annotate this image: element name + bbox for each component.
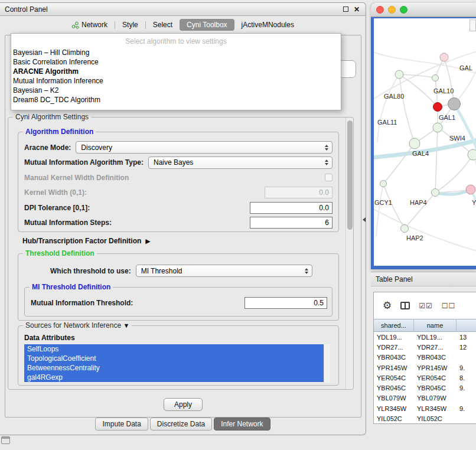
dpi-tolerance-input[interactable]	[250, 202, 332, 214]
node-label-hap4: HAP4	[410, 199, 427, 206]
mi-threshold-input[interactable]	[244, 297, 327, 309]
network-edge	[399, 74, 415, 144]
column-header-name[interactable]: name	[414, 319, 457, 331]
zoom-traffic-light[interactable]	[400, 6, 407, 14]
dropdown-item[interactable]: Basic Correlation Inference	[11, 57, 341, 67]
tab-style[interactable]: Style	[119, 19, 141, 31]
cell: YBR045C	[414, 384, 457, 392]
node-large-gray[interactable]	[448, 98, 461, 110]
cell: YBL079W	[414, 394, 457, 402]
column-header-shared-name[interactable]: shared...	[374, 319, 414, 331]
dropdown-item[interactable]: Bayesian – Hill Climbing	[11, 48, 341, 57]
control-panel-title: Control Panel	[5, 5, 48, 14]
panel-divider-handle[interactable]	[363, 217, 366, 222]
hub-definition-expander[interactable]: Hub/Transcription Factor Definition ▶	[22, 237, 151, 245]
minimized-panel-icon[interactable]	[1, 436, 10, 444]
data-attributes-list: SelfLoops TopologicalCoefficient Between…	[24, 344, 330, 383]
dropdown-item[interactable]: Mutual Information Inference	[11, 76, 341, 86]
node-mid-green[interactable]	[433, 123, 442, 132]
network-scrollbar-fragment[interactable]	[470, 19, 476, 31]
dropdown-item-selected[interactable]: ARACNE Algorithm	[11, 67, 341, 76]
attribute-list-scrollbar[interactable]	[324, 344, 330, 383]
tab-cyni-toolbox[interactable]: Cyni Toolbox	[180, 19, 234, 31]
network-graph: GAL80 GAL10 GAL11 GAL1 SWI4 GAL4 GCY1 HA…	[374, 18, 476, 266]
settings-scrollbar-track[interactable]	[345, 118, 353, 389]
threshold-definition-group: Threshold Definition Which threshold to …	[18, 253, 339, 321]
cell: YDL19...	[414, 334, 457, 341]
attribute-item[interactable]: TopologicalCoefficient	[24, 354, 324, 363]
float-panel-icon[interactable]	[343, 6, 348, 12]
tab-jactivemnodules[interactable]: jActiveMNodules	[239, 19, 297, 31]
cell: YLR345W	[414, 405, 457, 412]
table-toolbar: ⚙ ☑☑ ☐☐	[374, 292, 476, 319]
table-row[interactable]: YLR345W YLR345W 9.	[374, 403, 476, 413]
dropdown-item[interactable]: Dream8 DC_TDC Algorithm	[11, 95, 341, 105]
select-all-icon[interactable]: ☑☑	[419, 302, 433, 310]
node-small-b[interactable]	[432, 189, 439, 197]
attribute-item[interactable]: SelfLoops	[24, 344, 324, 354]
aracne-mode-select[interactable]: Discovery	[76, 141, 332, 154]
dropdown-item[interactable]: Bayesian – K2	[11, 86, 341, 95]
table-row[interactable]: YBR045C YBR045C 9.	[374, 383, 476, 393]
cell: YPR145W	[414, 364, 457, 371]
tab-cyni-toolbox-label: Cyni Toolbox	[187, 21, 227, 29]
kernel-width-row: Kernel Width (0,1):	[18, 185, 338, 201]
node-gal4[interactable]	[409, 138, 420, 149]
mi-algorithm-type-select[interactable]: Naive Bayes	[148, 156, 332, 169]
deselect-all-icon[interactable]: ☐☐	[442, 302, 456, 310]
network-edge	[383, 144, 415, 184]
tab-infer-network[interactable]: Infer Network	[214, 418, 270, 431]
which-threshold-select[interactable]: MI Threshold	[136, 265, 312, 277]
node-right-green[interactable]	[468, 149, 476, 160]
table-row[interactable]: YBL079W YBL079W	[374, 393, 476, 403]
table-row[interactable]: YPR145W YPR145W 9.	[374, 363, 476, 373]
manual-kernel-row: Manual Kernel Width Definition	[18, 170, 338, 185]
node-label-swi4: SWI4	[449, 135, 465, 142]
tab-network[interactable]: Network	[69, 19, 110, 31]
cell: YBR043C	[374, 354, 414, 361]
which-threshold-value: MI Threshold	[141, 267, 182, 275]
control-panel-titlebar: Control Panel ✕	[0, 3, 366, 16]
table-row[interactable]: YIL052C YIL052C	[374, 413, 476, 423]
tab-impute-data[interactable]: Impute Data	[95, 418, 148, 431]
table-row[interactable]: YBR043C YBR043C	[374, 353, 476, 363]
table-row[interactable]: YDR27... YDR27... 12	[374, 342, 476, 352]
close-traffic-light[interactable]	[376, 6, 384, 14]
gear-icon[interactable]: ⚙	[383, 301, 392, 311]
data-attributes-label: Data Attributes	[24, 334, 338, 342]
table-row[interactable]: YDL19... YDL19... 13	[374, 332, 476, 342]
sources-group-title[interactable]: Sources for Network Inference ▼	[23, 321, 132, 330]
attribute-item[interactable]: BetweennessCentrality	[24, 363, 324, 373]
node-gal80[interactable]	[395, 70, 403, 79]
node-small-c[interactable]	[401, 225, 409, 233]
network-canvas[interactable]: GAL80 GAL10 GAL11 GAL1 SWI4 GAL4 GCY1 HA…	[374, 18, 476, 266]
network-edge	[399, 74, 438, 107]
node-small-d[interactable]	[380, 181, 387, 187]
node-top-pink[interactable]	[440, 53, 448, 61]
table-row[interactable]: YER054C YER054C 8.	[374, 373, 476, 383]
node-small-a[interactable]	[432, 75, 439, 81]
apply-button[interactable]: Apply	[164, 398, 203, 411]
kernel-width-input[interactable]	[265, 187, 332, 198]
network-window-titlebar	[371, 3, 476, 17]
tab-jactivemnodules-label: jActiveMNodules	[242, 21, 294, 29]
node-right-pink[interactable]	[466, 185, 475, 194]
attribute-item[interactable]: gal4RGexp	[24, 373, 324, 382]
collapse-down-icon: ▼	[123, 322, 129, 329]
column-header-cut[interactable]	[457, 319, 476, 331]
close-icon[interactable]: ✕	[354, 6, 360, 13]
mi-threshold-row: Mutual Information Threshold:	[31, 297, 327, 309]
minimize-traffic-light[interactable]	[388, 6, 396, 14]
columns-icon[interactable]	[400, 302, 410, 309]
which-threshold-label: Which threshold to use:	[50, 267, 131, 275]
tab-style-label: Style	[122, 21, 138, 29]
tab-select[interactable]: Select	[150, 19, 175, 31]
tab-discretize-data[interactable]: Discretize Data	[150, 418, 212, 431]
node-red[interactable]	[433, 103, 442, 112]
network-edge	[383, 184, 405, 229]
settings-scrollbar-thumb[interactable]	[347, 120, 353, 230]
aracne-mode-label: Aracne Mode:	[24, 144, 71, 152]
mi-steps-input[interactable]	[250, 217, 332, 229]
cell: YIL052C	[414, 415, 457, 422]
manual-kernel-checkbox[interactable]	[325, 174, 332, 181]
